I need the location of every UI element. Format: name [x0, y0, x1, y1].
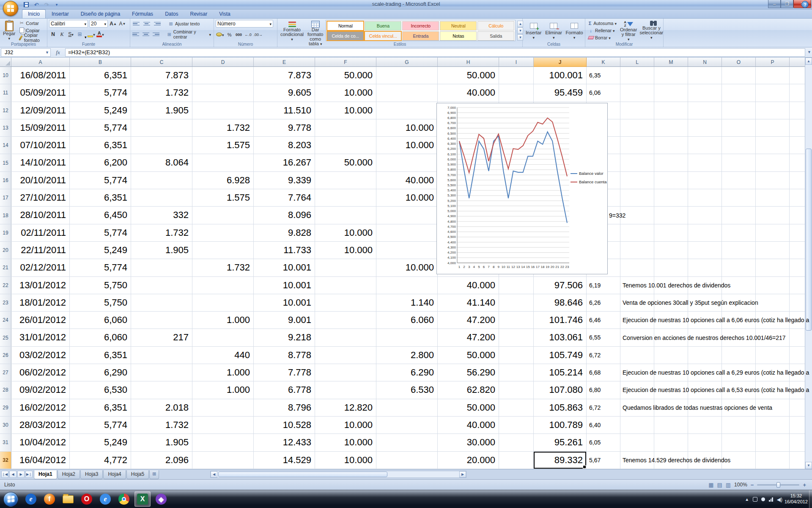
cell-I32[interactable]: [499, 452, 534, 469]
cell-B21[interactable]: 5,774: [70, 259, 131, 276]
cell-F28[interactable]: [315, 381, 376, 398]
clear-button[interactable]: Borrar: [587, 35, 617, 41]
cell-C15[interactable]: 8.064: [131, 154, 192, 171]
column-header-B[interactable]: B: [70, 58, 131, 67]
formula-input[interactable]: =H32+(E32*B32): [65, 48, 805, 57]
cell-A11[interactable]: 05/09/2011: [11, 84, 70, 101]
cell-O17[interactable]: [722, 189, 756, 206]
cell-J22[interactable]: 97.506: [534, 277, 587, 294]
cell-G26[interactable]: 2.800: [376, 347, 438, 364]
cell-D27[interactable]: 1.000: [192, 364, 254, 381]
cell-C27[interactable]: [131, 364, 192, 381]
cell-E30[interactable]: 10.528: [254, 417, 315, 433]
taskbar-icon-ie2[interactable]: e: [97, 491, 113, 507]
scroll-right-icon[interactable]: ▶: [459, 471, 466, 478]
cell-P31[interactable]: [756, 434, 790, 451]
sheet-tab-hoja1[interactable]: Hoja1: [34, 470, 57, 479]
sheet-tab-hoja2[interactable]: Hoja2: [58, 470, 80, 479]
network-icon[interactable]: [769, 497, 773, 502]
cell-E28[interactable]: 6.778: [254, 381, 315, 398]
cell-M13[interactable]: [654, 119, 688, 136]
cell-G29[interactable]: [376, 399, 438, 416]
cell-G20[interactable]: [376, 242, 438, 259]
fill-color-button[interactable]: [88, 30, 96, 38]
cell-C11[interactable]: 1.732: [131, 84, 192, 101]
cell-H25[interactable]: 47.200: [438, 329, 499, 346]
cell-A10[interactable]: 16/08/2011: [11, 67, 70, 84]
cell-H32[interactable]: 20.000: [438, 452, 499, 469]
cell-C10[interactable]: 7.873: [131, 67, 192, 84]
cell-A29[interactable]: 16/02/2012: [11, 399, 70, 416]
cell-N10[interactable]: [688, 67, 722, 84]
cell-M12[interactable]: [654, 102, 688, 119]
cell-P10[interactable]: [756, 67, 790, 84]
cell-O13[interactable]: [722, 119, 756, 136]
cell-style-entrada[interactable]: Entrada: [402, 31, 439, 41]
cell-F14[interactable]: [315, 137, 376, 154]
cell-E10[interactable]: 7.873: [254, 67, 315, 84]
cell-M21[interactable]: [654, 259, 688, 276]
minimize-button[interactable]: –: [768, 0, 781, 8]
cell-I10[interactable]: [499, 67, 534, 84]
cell-B26[interactable]: 6,351: [70, 347, 131, 364]
cell-G14[interactable]: 10.000: [376, 137, 438, 154]
hidden-icons-icon[interactable]: ▲: [745, 497, 749, 502]
cell-F13[interactable]: [315, 119, 376, 136]
clipboard-group-label[interactable]: Portapapeles: [0, 42, 47, 47]
cells-group-label[interactable]: Celdas: [523, 42, 585, 47]
cell-H22[interactable]: 40.000: [438, 277, 499, 294]
delete-cells-button[interactable]: − Eliminar: [544, 20, 563, 41]
column-header-J[interactable]: J: [534, 58, 587, 67]
cell-A25[interactable]: 31/01/2012: [11, 329, 70, 346]
cell-F24[interactable]: [315, 312, 376, 329]
cell-J29[interactable]: 105.863: [534, 399, 587, 416]
font-family-select[interactable]: Calibri: [49, 20, 88, 28]
ribbon-tab-fórmulas[interactable]: Fórmulas: [126, 9, 159, 18]
cell-A31[interactable]: 10/04/2012: [11, 434, 70, 451]
row-header-10[interactable]: 10: [0, 67, 11, 84]
cell-B31[interactable]: 5,249: [70, 434, 131, 451]
cell-K25[interactable]: 6,55: [587, 329, 620, 346]
cell-C16[interactable]: [131, 172, 192, 189]
cell-O26[interactable]: [722, 347, 756, 364]
cell-comment-L25[interactable]: Conversion en acciones de nuestros derec…: [623, 329, 786, 346]
cell-F18[interactable]: [315, 207, 376, 224]
cell-E23[interactable]: 10.001: [254, 294, 315, 311]
cell-F23[interactable]: [315, 294, 376, 311]
cell-N26[interactable]: [688, 347, 722, 364]
cell-G16[interactable]: 40.000: [376, 172, 438, 189]
cell-E22[interactable]: 10.001: [254, 277, 315, 294]
column-header-D[interactable]: D: [192, 58, 254, 67]
ribbon-tab-revisar[interactable]: Revisar: [184, 9, 213, 18]
cell-K29[interactable]: 6,72: [587, 399, 620, 416]
help-button[interactable]: ?: [801, 1, 809, 8]
cell-E14[interactable]: 8.203: [254, 137, 315, 154]
cell-L20[interactable]: [620, 242, 654, 259]
cell-I25[interactable]: [499, 329, 534, 346]
row-header-17[interactable]: 17: [0, 189, 11, 206]
fill-button[interactable]: Rellenar: [587, 27, 617, 33]
cell-O20[interactable]: [722, 242, 756, 259]
horizontal-scrollbar[interactable]: ◀ ▶: [210, 471, 466, 478]
cell-J23[interactable]: 98.646: [534, 294, 587, 311]
cell-D25[interactable]: [192, 329, 254, 346]
cell-J25[interactable]: 103.061: [534, 329, 587, 346]
column-header-C[interactable]: C: [131, 58, 192, 67]
cell-E21[interactable]: 10.001: [254, 259, 315, 276]
cell-O31[interactable]: [722, 434, 756, 451]
undo-button[interactable]: [32, 1, 41, 8]
insert-worksheet-tab[interactable]: ⊞: [149, 470, 159, 479]
cell-D11[interactable]: [192, 84, 254, 101]
cell-B23[interactable]: 5,750: [70, 294, 131, 311]
cell-F19[interactable]: 10.000: [315, 224, 376, 241]
cell-P16[interactable]: [756, 172, 790, 189]
font-group-label[interactable]: Fuente: [47, 42, 130, 47]
cell-I31[interactable]: [499, 434, 534, 451]
column-header-M[interactable]: M: [654, 58, 688, 67]
cell-N15[interactable]: [688, 154, 722, 171]
cell-E29[interactable]: 8.796: [254, 399, 315, 416]
cell-B11[interactable]: 5,774: [70, 84, 131, 101]
cell-M11[interactable]: [654, 84, 688, 101]
cell-L14[interactable]: [620, 137, 654, 154]
cell-D31[interactable]: [192, 434, 254, 451]
